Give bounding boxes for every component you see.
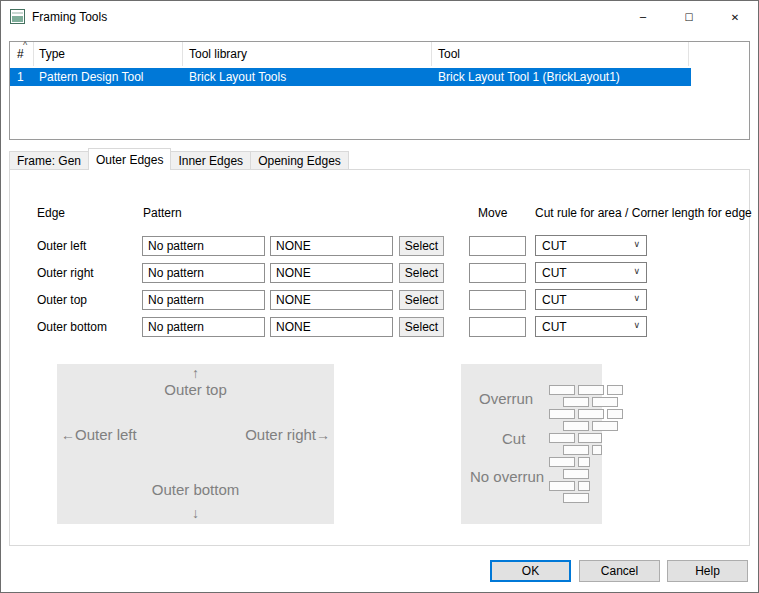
tab-opening-edges[interactable]: Opening Edges [250,151,349,170]
chevron-down-icon: ∨ [633,266,640,276]
tool-row-tool: Brick Layout Tool 1 (BrickLayout1) [438,68,620,86]
app-icon-detail [12,12,23,14]
window-title: Framing Tools [32,10,107,24]
move-field[interactable] [469,263,526,283]
pattern-field[interactable] [142,317,265,337]
tool-row-num: 1 [17,68,24,86]
tool-row-library: Brick Layout Tools [189,68,286,86]
cut-label: Cut [502,430,525,447]
move-field[interactable] [469,236,526,256]
tab-strip: Frame: Gen Outer Edges Inner Edges Openi… [9,148,348,170]
pattern-name-field[interactable] [270,317,393,337]
help-button[interactable]: Help [667,560,748,582]
diagram-outer-right-text: Outer right [245,426,316,443]
maximize-button[interactable]: ☐ [666,1,712,33]
pattern-name-field[interactable] [270,290,393,310]
edge-row-label: Outer left [37,239,86,253]
diagram-outer-bottom-label: Outer bottom [57,481,334,498]
cut-rule-value: CUT [542,293,567,307]
diagram-outer-right-label: Outer right→ [245,426,330,443]
cancel-button[interactable]: Cancel [579,560,660,582]
select-button[interactable]: Select [399,263,444,283]
tool-table: ^ # Type Tool library Tool 1 Pattern Des… [9,41,750,140]
column-separator [182,42,183,66]
brick-diagram: Overrun Cut No overrun [461,364,602,524]
outer-edges-panel: Edge Pattern Move Cut rule for area / Co… [9,169,750,546]
tool-row-selected[interactable]: 1 Pattern Design Tool Brick Layout Tools… [10,68,691,86]
move-field[interactable] [469,290,526,310]
edge-row-label: Outer right [37,266,94,280]
cut-rule-value: CUT [542,239,567,253]
column-header-type[interactable]: Type [39,47,65,61]
column-header-tool[interactable]: Tool [438,47,460,61]
titlebar: Framing Tools ─ ☐ ✕ [1,1,758,33]
cut-rule-select[interactable]: CUT ∨ [535,235,647,256]
pattern-name-field[interactable] [270,263,393,283]
brick [549,481,575,491]
ok-button[interactable]: OK [490,560,571,582]
diagram-outer-left-text: Outer left [75,426,137,443]
arrow-left-icon: ← [61,427,75,443]
arrow-up-icon: ↑ [57,365,334,381]
app-icon-detail [12,16,23,22]
pattern-field[interactable] [142,236,265,256]
move-field[interactable] [469,317,526,337]
select-button[interactable]: Select [399,290,444,310]
cut-rule-value: CUT [542,320,567,334]
chevron-down-icon: ∨ [633,320,640,330]
header-move: Move [478,206,507,220]
brick [578,433,602,443]
diagram-outer-left-label: ←Outer left [61,426,137,443]
brick [549,457,575,467]
pattern-name-field[interactable] [270,236,393,256]
cut-rule-value: CUT [542,266,567,280]
header-pattern: Pattern [143,206,182,220]
brick [563,493,589,503]
close-button[interactable]: ✕ [712,1,758,33]
select-button[interactable]: Select [399,317,444,337]
column-header-library[interactable]: Tool library [189,47,247,61]
edge-row-label: Outer top [37,293,87,307]
column-separator [688,42,689,66]
framing-tools-dialog: Framing Tools ─ ☐ ✕ ^ # Type Tool librar… [0,0,759,593]
brick [578,385,604,395]
header-cut-rule: Cut rule for area / Corner length for ed… [535,206,752,220]
brick [563,445,589,455]
brick [592,397,618,407]
brick [607,385,623,395]
brick [578,457,590,467]
cut-rule-select[interactable]: CUT ∨ [535,289,647,310]
arrow-down-icon: ↓ [57,505,334,521]
brick [578,409,604,419]
minimize-button[interactable]: ─ [620,1,666,33]
brick [549,385,575,395]
cut-rule-select[interactable]: CUT ∨ [535,316,647,337]
edge-row-label: Outer bottom [37,320,107,334]
diagram-outer-top-label: Outer top [57,381,334,398]
brick [549,433,575,443]
tool-row-type: Pattern Design Tool [39,68,144,86]
arrow-right-icon: → [316,427,330,443]
brick [578,481,590,491]
pattern-field[interactable] [142,290,265,310]
no-overrun-label: No overrun [470,468,544,485]
app-icon [10,9,25,24]
pattern-field[interactable] [142,263,265,283]
select-button[interactable]: Select [399,236,444,256]
header-edge: Edge [37,206,65,220]
tab-frame-gen[interactable]: Frame: Gen [9,151,89,170]
brick [549,409,575,419]
column-separator [431,42,432,66]
tab-inner-edges[interactable]: Inner Edges [170,151,251,170]
cut-rule-select[interactable]: CUT ∨ [535,262,647,283]
brick [563,469,589,479]
brick [563,397,589,407]
edge-diagram: ↑ Outer top ←Outer left Outer right→ Out… [57,364,334,524]
brick [592,421,618,431]
brick [563,421,589,431]
column-header-num[interactable]: # [17,47,24,61]
tab-outer-edges[interactable]: Outer Edges [88,148,171,170]
column-separator [33,42,34,66]
chevron-down-icon: ∨ [633,293,640,303]
chevron-down-icon: ∨ [633,239,640,249]
